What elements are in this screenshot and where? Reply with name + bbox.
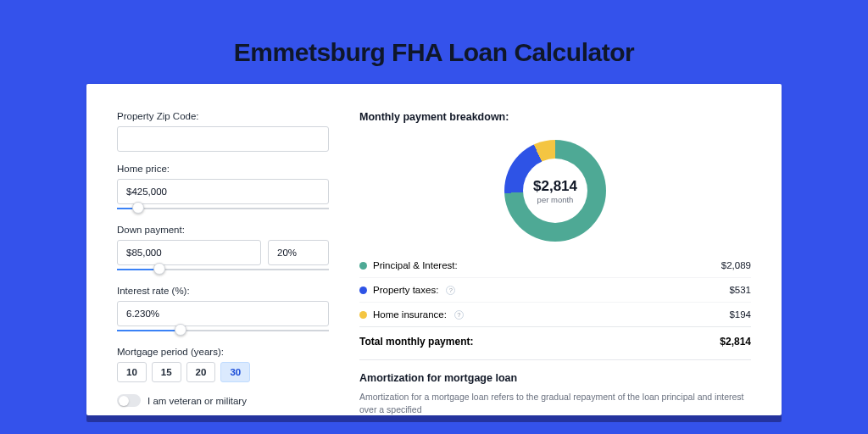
interest-rate-slider[interactable] xyxy=(117,326,329,335)
breakdown-item: Home insurance:?$194 xyxy=(359,302,751,326)
info-icon[interactable]: ? xyxy=(454,310,464,320)
legend-dot-icon xyxy=(359,287,367,294)
veteran-label: I am veteran or military xyxy=(147,396,247,406)
period-button-20[interactable]: 20 xyxy=(186,362,216,382)
breakdown-list: Principal & Interest:$2,089Property taxe… xyxy=(359,253,751,326)
interest-rate-label: Interest rate (%): xyxy=(117,286,329,296)
donut-sub: per month xyxy=(537,195,574,204)
slider-thumb-icon[interactable] xyxy=(175,324,186,336)
down-payment-label: Down payment: xyxy=(117,225,329,235)
period-button-10[interactable]: 10 xyxy=(117,362,147,382)
down-payment-slider[interactable] xyxy=(117,265,329,274)
page-title: Emmetsburg FHA Loan Calculator xyxy=(0,0,868,84)
down-payment-pct-input[interactable] xyxy=(268,240,329,265)
total-row: Total monthly payment: $2,814 xyxy=(359,326,751,359)
home-price-input[interactable] xyxy=(117,179,329,204)
slider-thumb-icon[interactable] xyxy=(132,202,144,214)
breakdown-title: Monthly payment breakdown: xyxy=(359,111,751,123)
amortization-title: Amortization for mortgage loan xyxy=(359,372,751,384)
zip-label: Property Zip Code: xyxy=(117,111,329,121)
down-payment-input[interactable] xyxy=(117,240,261,265)
breakdown-item-label: Property taxes: xyxy=(373,285,438,295)
period-button-30[interactable]: 30 xyxy=(220,362,250,382)
zip-input[interactable] xyxy=(117,126,329,152)
breakdown-item-value: $531 xyxy=(729,285,751,295)
calculator-card: Property Zip Code: Home price: Down paym… xyxy=(86,84,782,415)
total-label: Total monthly payment: xyxy=(359,336,473,348)
down-payment-field: Down payment: xyxy=(117,225,329,274)
veteran-toggle[interactable] xyxy=(117,394,141,407)
total-value: $2,814 xyxy=(720,336,751,348)
toggle-knob-icon xyxy=(119,396,129,406)
donut-amount: $2,814 xyxy=(533,178,577,195)
interest-rate-input[interactable] xyxy=(117,301,329,326)
zip-field: Property Zip Code: xyxy=(117,111,329,152)
breakdown-item: Property taxes:?$531 xyxy=(359,277,751,302)
breakdown-item-label: Home insurance: xyxy=(373,309,447,320)
mortgage-period-field: Mortgage period (years): 10152030 xyxy=(117,347,329,382)
veteran-row: I am veteran or military xyxy=(117,394,329,407)
legend-dot-icon xyxy=(359,311,367,319)
breakdown-column: Monthly payment breakdown: $2,814 per mo… xyxy=(359,111,751,415)
legend-dot-icon xyxy=(359,262,367,270)
home-price-label: Home price: xyxy=(117,164,329,174)
home-price-slider[interactable] xyxy=(117,204,329,213)
breakdown-item-value: $194 xyxy=(729,309,751,320)
breakdown-item-label: Principal & Interest: xyxy=(373,260,458,270)
home-price-field: Home price: xyxy=(117,164,329,213)
donut-center: $2,814 per month xyxy=(523,159,587,223)
amortization-section: Amortization for mortgage loan Amortizat… xyxy=(359,359,751,415)
slider-thumb-icon[interactable] xyxy=(153,263,165,275)
donut-chart: $2,814 per month xyxy=(359,135,751,253)
breakdown-item: Principal & Interest:$2,089 xyxy=(359,253,751,277)
amortization-text: Amortization for a mortgage loan refers … xyxy=(359,391,751,415)
breakdown-item-value: $2,089 xyxy=(721,260,751,270)
mortgage-period-label: Mortgage period (years): xyxy=(117,347,329,357)
info-icon[interactable]: ? xyxy=(446,286,455,295)
period-buttons: 10152030 xyxy=(117,362,329,382)
period-button-15[interactable]: 15 xyxy=(152,362,181,382)
interest-rate-field: Interest rate (%): xyxy=(117,286,329,335)
form-column: Property Zip Code: Home price: Down paym… xyxy=(117,111,329,415)
